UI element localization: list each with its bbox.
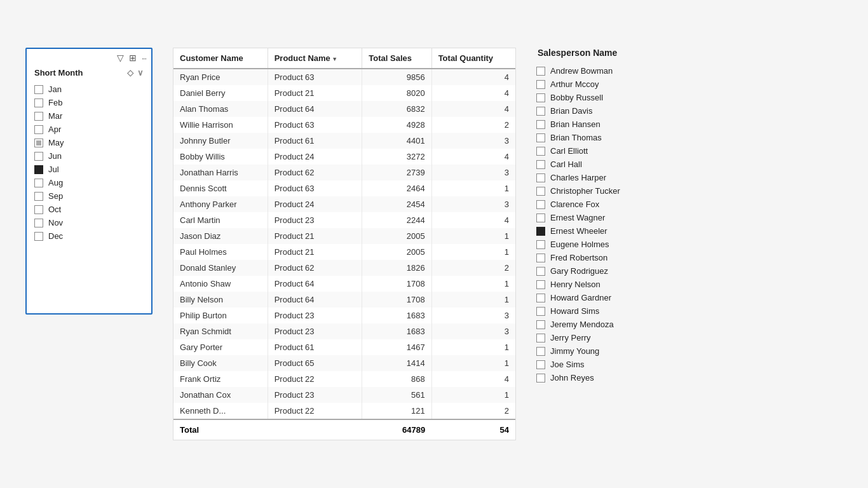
table-row[interactable]: Willie HarrisonProduct 6349282 (173, 117, 515, 133)
table-row[interactable]: Alan ThomasProduct 6468324 (173, 101, 515, 117)
salesperson-item[interactable]: Ernest Wheeler (536, 224, 663, 238)
salesperson-checkbox[interactable] (536, 280, 545, 289)
checkbox-jun[interactable] (34, 152, 43, 161)
table-row[interactable]: Frank OrtizProduct 228684 (173, 371, 515, 387)
month-item-jan[interactable]: Jan (34, 83, 144, 96)
filter-icon[interactable] (117, 53, 124, 63)
table-row[interactable]: Philip BurtonProduct 2316833 (173, 308, 515, 323)
salesperson-item[interactable]: Howard Gardner (536, 291, 663, 304)
salesperson-checkbox[interactable] (536, 93, 545, 102)
table-row[interactable]: Jonathan HarrisProduct 6227393 (173, 165, 515, 180)
chevron-icon[interactable] (137, 68, 144, 78)
salesperson-checkbox[interactable] (536, 334, 545, 342)
table-row[interactable]: Ryan SchmidtProduct 2316833 (173, 323, 515, 339)
salesperson-checkbox[interactable] (536, 240, 545, 249)
table-row[interactable]: Kenneth D...Product 221212 (173, 403, 515, 419)
table-row[interactable]: Billy NelsonProduct 6417081 (173, 292, 515, 308)
checkbox-may[interactable] (34, 139, 43, 147)
salesperson-checkbox[interactable] (536, 307, 545, 316)
table-row[interactable]: Donald StanleyProduct 6218262 (173, 260, 515, 276)
table-row[interactable]: Carl MartinProduct 2322444 (173, 212, 515, 228)
salesperson-checkbox[interactable] (536, 227, 545, 236)
checkbox-jul[interactable] (34, 165, 43, 174)
table-row[interactable]: Anthony ParkerProduct 2424543 (173, 196, 515, 212)
col-total-sales[interactable]: Total Sales (362, 48, 431, 69)
table-row[interactable]: Paul HolmesProduct 2120051 (173, 244, 515, 260)
salesperson-item[interactable]: Ernest Wagner (536, 211, 663, 224)
salesperson-item[interactable]: Clarence Fox (536, 198, 663, 211)
diamond-icon[interactable] (127, 68, 133, 78)
checkbox-sep[interactable] (34, 192, 43, 201)
salesperson-item[interactable]: Jerry Perry (536, 331, 663, 344)
col-total-quantity[interactable]: Total Quantity (431, 48, 515, 69)
salesperson-checkbox[interactable] (536, 347, 545, 356)
salesperson-item[interactable]: Charles Harper (536, 171, 663, 184)
table-row[interactable]: Bobby WillisProduct 2432724 (173, 149, 515, 165)
salesperson-checkbox[interactable] (536, 160, 545, 169)
salesperson-checkbox[interactable] (536, 67, 545, 76)
table-row[interactable]: Johnny ButlerProduct 6144013 (173, 133, 515, 149)
salesperson-checkbox[interactable] (536, 360, 545, 369)
table-row[interactable]: Jonathan CoxProduct 235611 (173, 387, 515, 403)
salesperson-item[interactable]: Arthur Mccoy (536, 78, 663, 91)
salesperson-item[interactable]: Gary Rodriguez (536, 264, 663, 278)
salesperson-item[interactable]: Christopher Tucker (536, 184, 663, 198)
more-icon[interactable] (142, 53, 146, 63)
table-row[interactable]: Antonio ShawProduct 6417081 (173, 276, 515, 292)
checkbox-dec[interactable] (34, 232, 43, 241)
salesperson-item[interactable]: Carl Hall (536, 158, 663, 171)
checkbox-apr[interactable] (34, 125, 43, 134)
table-row[interactable]: Ryan PriceProduct 6398564 (173, 69, 515, 85)
month-item-jun[interactable]: Jun (34, 149, 144, 163)
table-row[interactable]: Dennis ScottProduct 6324641 (173, 180, 515, 196)
salesperson-item[interactable]: Joe Sims (536, 358, 663, 371)
salesperson-item[interactable]: John Reyes (536, 371, 663, 384)
salesperson-checkbox[interactable] (536, 267, 545, 276)
salesperson-item[interactable]: Fred Robertson (536, 251, 663, 264)
table-icon[interactable] (129, 53, 137, 63)
month-item-may[interactable]: May (34, 136, 144, 149)
salesperson-checkbox[interactable] (536, 374, 545, 383)
salesperson-item[interactable]: Andrew Bowman (536, 64, 663, 78)
salesperson-checkbox[interactable] (536, 320, 545, 329)
salesperson-checkbox[interactable] (536, 107, 545, 116)
col-customer-name[interactable]: Customer Name (173, 48, 268, 69)
salesperson-checkbox[interactable] (536, 214, 545, 222)
table-row[interactable]: Billy CookProduct 6514141 (173, 355, 515, 371)
salesperson-checkbox[interactable] (536, 147, 545, 156)
checkbox-oct[interactable] (34, 205, 43, 214)
checkbox-nov[interactable] (34, 219, 43, 227)
checkbox-jan[interactable] (34, 85, 43, 94)
salesperson-checkbox[interactable] (536, 294, 545, 302)
month-item-oct[interactable]: Oct (34, 203, 144, 216)
salesperson-item[interactable]: Brian Thomas (536, 131, 663, 144)
month-item-nov[interactable]: Nov (34, 216, 144, 229)
salesperson-item[interactable]: Brian Hansen (536, 118, 663, 131)
salesperson-item[interactable]: Brian Davis (536, 104, 663, 118)
month-item-dec[interactable]: Dec (34, 229, 144, 243)
salesperson-checkbox[interactable] (536, 200, 545, 209)
salesperson-checkbox[interactable] (536, 80, 545, 89)
table-row[interactable]: Jason DiazProduct 2120051 (173, 228, 515, 244)
table-row[interactable]: Daniel BerryProduct 2180204 (173, 85, 515, 101)
month-item-aug[interactable]: Aug (34, 176, 144, 189)
salesperson-checkbox[interactable] (536, 120, 545, 129)
table-row[interactable]: Gary PorterProduct 6114671 (173, 339, 515, 355)
checkbox-feb[interactable] (34, 98, 43, 107)
month-item-jul[interactable]: Jul (34, 163, 144, 176)
salesperson-item[interactable]: Jimmy Young (536, 344, 663, 358)
salesperson-item[interactable]: Bobby Russell (536, 91, 663, 104)
month-item-feb[interactable]: Feb (34, 96, 144, 109)
salesperson-checkbox[interactable] (536, 187, 545, 196)
salesperson-item[interactable]: Henry Nelson (536, 278, 663, 291)
salesperson-checkbox[interactable] (536, 133, 545, 142)
salesperson-item[interactable]: Jeremy Mendoza (536, 318, 663, 331)
salesperson-item[interactable]: Eugene Holmes (536, 238, 663, 251)
checkbox-aug[interactable] (34, 179, 43, 187)
salesperson-checkbox[interactable] (536, 173, 545, 182)
salesperson-item[interactable]: Howard Sims (536, 304, 663, 318)
month-item-mar[interactable]: Mar (34, 109, 144, 123)
checkbox-mar[interactable] (34, 112, 43, 121)
salesperson-checkbox[interactable] (536, 254, 545, 262)
col-product-name[interactable]: Product Name (268, 48, 362, 69)
